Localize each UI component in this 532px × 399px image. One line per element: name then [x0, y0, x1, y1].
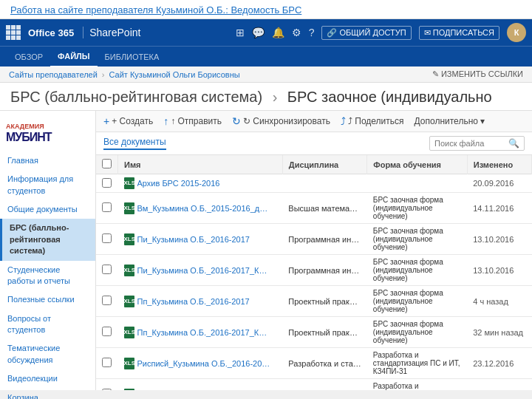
page-header-part2: БРС заочное (индивидуально — [287, 89, 492, 105]
create-button[interactable]: + + Создать — [103, 115, 153, 127]
row-checkbox[interactable] — [102, 358, 112, 367]
file-name-cell: XLSВм_Кузьмина О.Б._2015-2016_должники — [118, 193, 283, 224]
sidebar-item-glavnaya[interactable]: Главная — [0, 151, 95, 170]
notification-icon[interactable]: 🔔 — [272, 27, 284, 38]
file-name-link[interactable]: Пи_Кузьмина О.Б._2016-2017 — [137, 235, 250, 244]
file-type-icon: XLS — [124, 202, 134, 214]
discipline-cell: Разработка и стандартизация ПС и ИТ, 23Б… — [282, 348, 367, 379]
file-name-link[interactable]: Пп_Кузьмина О.Б._2016-2017 — [137, 297, 250, 306]
sidebar-item-docs[interactable]: Общие документы — [0, 200, 95, 219]
discipline-cell: Разработка и стандартизация ПС и ИТ, КЗ4… — [282, 379, 367, 391]
date-cell: 20.09.2016 — [467, 174, 531, 193]
file-name-link[interactable]: Вм_Кузьмина О.Б._2015-2016_должники — [137, 204, 270, 213]
main-content: + + Создать ↑ ↑ Отправить ↻ ↻ Синхронизи… — [96, 111, 532, 390]
grid-icon[interactable]: ⊞ — [236, 27, 245, 38]
file-type-icon: XLS — [124, 358, 134, 369]
row-checkbox[interactable] — [102, 327, 112, 336]
sidebar-item-brs[interactable]: БРС (балльно-рейтинговая система) — [0, 219, 95, 260]
sharepoint-label: SharePoint — [83, 27, 140, 38]
col-discipline-header: Дисциплина — [282, 155, 367, 174]
slide-title: Работа на сайте преподавателя Кузьминой … — [0, 0, 532, 19]
row-checkbox-cell — [96, 317, 118, 348]
sidebar-item-info[interactable]: Информация для студентов — [0, 170, 95, 200]
col-forma-header: Форма обучения — [367, 155, 467, 174]
search-input[interactable] — [434, 139, 508, 148]
table-row: XLSПп_Кузьмина О.Б._2016-2017_КостромаПр… — [96, 317, 532, 348]
sidebar-item-trash[interactable]: Корзина — [0, 389, 95, 399]
table-row: XLSПи_Кузьмина О.Б._2016-2017_КостромаПр… — [96, 255, 532, 286]
tab-biblioteka[interactable]: БИБЛИОТЕКА — [98, 47, 167, 67]
date-cell: 23.12.2016 — [467, 379, 531, 391]
office-grid-icon — [6, 25, 21, 40]
file-type-icon: XLS — [124, 296, 134, 307]
row-checkbox-cell — [96, 286, 118, 317]
file-name-link[interactable]: Рисписй_Кузьмина О.Б._2016-2017 — [137, 359, 270, 368]
forma-cell: БРС заочная форма (индивидуальное обучен… — [367, 255, 467, 286]
subscribe-button[interactable]: ✉ ПОДПИСАТЬСЯ — [419, 26, 499, 40]
forma-cell — [367, 174, 467, 193]
sync-icon: ↻ — [232, 115, 241, 127]
discipline-cell: Высшая математика — [282, 193, 367, 224]
more-button[interactable]: Дополнительно ▾ — [415, 116, 485, 126]
file-name-cell: XLSПп_Кузьмина О.Б._2016-2017_Кострома — [118, 317, 283, 348]
avatar[interactable]: К — [507, 23, 526, 42]
page-header-arrow: › — [273, 89, 278, 105]
discipline-cell: Программная инженерия - Кострома — [282, 255, 367, 286]
academy-label: АКАДЕМИЯ — [6, 123, 52, 131]
top-nav-bar: Office 365 SharePoint ⊞ 💬 🔔 ⚙ ? 🔗 ОБЩИЙ … — [0, 19, 532, 46]
file-name-link[interactable]: Пп_Кузьмина О.Б._2016-2017_Кострома — [137, 328, 270, 337]
office365-logo[interactable]: Office 365 — [6, 25, 74, 40]
sidebar-item-video[interactable]: Видеолекции — [0, 369, 95, 388]
breadcrumb-sep1: › — [102, 70, 105, 79]
sidebar-item-links[interactable]: Полезные ссылки — [0, 290, 95, 309]
forma-cell: Разработка и стандартизация ПС и ИТ, КЗ4… — [367, 379, 467, 391]
all-docs-tab[interactable]: Все документы — [103, 137, 166, 150]
select-all-checkbox[interactable] — [102, 159, 112, 168]
help-icon[interactable]: ? — [309, 27, 315, 38]
file-type-icon: XLS — [124, 177, 134, 189]
sidebar-item-questions[interactable]: Вопросы от студентов — [0, 310, 95, 340]
chat-icon[interactable]: 💬 — [252, 27, 265, 38]
file-name-link[interactable]: Рисписй_Кузьмина О.Б._2016-2017_Кострома — [137, 390, 270, 391]
sync-button[interactable]: ↻ ↻ Синхронизировать — [232, 115, 330, 127]
sidebar-item-works[interactable]: Студенческие работы и отчеты — [0, 261, 95, 291]
file-name-link[interactable]: Пи_Кузьмина О.Б._2016-2017_Кострома — [137, 266, 270, 275]
row-checkbox[interactable] — [102, 233, 112, 243]
file-type-icon: XLS — [124, 327, 134, 338]
settings-icon[interactable]: ⚙ — [292, 27, 301, 38]
row-checkbox-cell — [96, 255, 118, 286]
share-icon: ⤴ — [341, 115, 346, 127]
discipline-cell: Программная инженерия — [282, 224, 367, 255]
row-checkbox-cell — [96, 224, 118, 255]
tab-obzor[interactable]: ОБЗОР — [7, 47, 50, 67]
breadcrumb-sites[interactable]: Сайты преподавателей — [9, 70, 98, 79]
share-button[interactable]: 🔗 ОБЩИЙ ДОСТУП — [321, 26, 411, 40]
date-cell: 23.12.2016 — [467, 348, 531, 379]
row-checkbox[interactable] — [102, 178, 112, 188]
share-button[interactable]: ⤴ ⤴ Поделиться — [341, 115, 404, 127]
tab-faily[interactable]: ФАЙЛЫ — [50, 47, 97, 67]
send-button[interactable]: ↑ ↑ Отправить — [163, 115, 222, 127]
sidebar: АКАДЕМИЯ МУБИНТ Главная Информация для с… — [0, 111, 96, 390]
file-type-icon: XLS — [124, 233, 134, 245]
search-icon: 🔍 — [508, 138, 519, 149]
row-checkbox[interactable] — [102, 296, 112, 305]
file-name-link[interactable]: Архив БРС 2015-2016 — [137, 179, 220, 188]
content-area: АКАДЕМИЯ МУБИНТ Главная Информация для с… — [0, 111, 532, 390]
discipline-cell — [282, 174, 367, 193]
file-name-cell: XLSПи_Кузьмина О.Б._2016-2017 — [118, 224, 283, 255]
sidebar-item-discussions[interactable]: Тематические обсуждения — [0, 339, 95, 369]
edit-links-button[interactable]: ✎ ИЗМЕНИТЬ ССЫЛКИ — [432, 69, 523, 79]
date-cell: 14.11.2016 — [467, 193, 531, 224]
row-checkbox-cell — [96, 348, 118, 379]
forma-cell: Разработка и стандартизация ПС и ИТ, КЗ4… — [367, 348, 467, 379]
breadcrumb-site-kuz[interactable]: Сайт Кузьминой Ольги Борисовны — [109, 70, 240, 79]
row-checkbox[interactable] — [102, 265, 112, 274]
row-checkbox[interactable] — [102, 202, 112, 212]
top-nav-actions: ⊞ 💬 🔔 ⚙ ? 🔗 ОБЩИЙ ДОСТУП ✉ ПОДПИСАТЬСЯ К — [236, 23, 526, 42]
office365-label: Office 365 — [28, 27, 74, 38]
row-checkbox-cell — [96, 193, 118, 224]
document-table: Имя Дисциплина Форма обучения Изменено X… — [96, 155, 532, 390]
file-type-icon: XLS — [124, 265, 134, 276]
row-checkbox[interactable] — [102, 389, 112, 390]
